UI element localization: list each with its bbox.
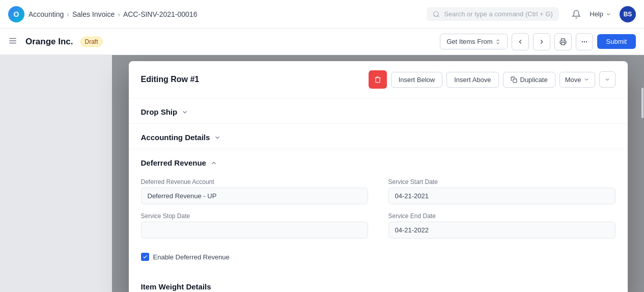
sidebar bbox=[0, 55, 112, 292]
notifications-button[interactable] bbox=[567, 5, 585, 23]
prev-button[interactable] bbox=[512, 33, 529, 50]
deferred-revenue-account-label: Deferred Revenue Account bbox=[141, 178, 368, 185]
drop-ship-chevron-icon bbox=[181, 109, 188, 116]
help-button[interactable]: Help bbox=[585, 7, 615, 21]
document-title: Orange Inc. bbox=[25, 37, 73, 47]
service-start-date-label: Service Start Date bbox=[388, 178, 615, 185]
app-logo: O bbox=[8, 6, 24, 22]
insert-below-button[interactable]: Insert Below bbox=[391, 72, 443, 88]
avatar: BS bbox=[620, 6, 636, 22]
deferred-revenue-account-input[interactable] bbox=[141, 188, 368, 204]
insert-above-button[interactable]: Insert Above bbox=[446, 72, 498, 88]
copy-icon bbox=[511, 76, 517, 83]
submit-button[interactable]: Submit bbox=[597, 34, 636, 49]
svg-point-5 bbox=[582, 41, 582, 42]
breadcrumb: Accounting › Sales Invoice › ACC-SINV-20… bbox=[29, 10, 197, 18]
ellipsis-icon bbox=[581, 38, 588, 45]
accounting-details-header[interactable]: Accounting Details bbox=[141, 124, 615, 149]
next-button[interactable] bbox=[533, 33, 550, 50]
chevron-left-icon bbox=[517, 38, 524, 45]
enable-deferred-revenue-row: Enable Deferred Revenue bbox=[141, 249, 615, 265]
service-stop-date-input[interactable] bbox=[141, 222, 368, 238]
service-start-date-input[interactable] bbox=[388, 188, 615, 204]
expand-button[interactable] bbox=[599, 71, 615, 88]
service-stop-date-field: Service Stop Date bbox=[141, 213, 368, 238]
chevron-right-icon bbox=[538, 38, 545, 45]
svg-point-6 bbox=[584, 41, 584, 42]
trash-icon bbox=[374, 76, 381, 83]
status-badge: Draft bbox=[80, 37, 103, 47]
modal-panel: Editing Row #1 Insert Below Insert Above… bbox=[129, 61, 628, 292]
item-weight-details-header[interactable]: Item Weight Details bbox=[141, 273, 615, 292]
drop-ship-header[interactable]: Drop Ship bbox=[141, 98, 615, 123]
secondary-toolbar: Orange Inc. Draft Get Items From Submit bbox=[0, 29, 644, 55]
breadcrumb-sales-invoice[interactable]: Sales Invoice bbox=[72, 10, 115, 18]
svg-point-7 bbox=[586, 41, 586, 42]
search-bar[interactable]: Search or type a command (Ctrl + G) bbox=[427, 7, 559, 21]
breadcrumb-accounting[interactable]: Accounting bbox=[29, 10, 64, 18]
deferred-revenue-form: Deferred Revenue Account Service Start D… bbox=[141, 174, 615, 249]
deferred-revenue-title: Deferred Revenue bbox=[141, 158, 206, 167]
accounting-details-title: Accounting Details bbox=[141, 133, 210, 142]
duplicate-button[interactable]: Duplicate bbox=[503, 72, 555, 88]
svg-rect-8 bbox=[513, 78, 516, 82]
breadcrumb-doc-id: ACC-SINV-2021-00016 bbox=[123, 10, 198, 18]
deferred-revenue-section: Deferred Revenue Deferred Revenue Accoun… bbox=[129, 149, 628, 265]
get-items-button[interactable]: Get Items From bbox=[440, 34, 507, 49]
enable-deferred-revenue-label: Enable Deferred Revenue bbox=[153, 253, 230, 261]
modal-overlay: Editing Row #1 Insert Below Insert Above… bbox=[112, 55, 644, 292]
print-button[interactable] bbox=[554, 33, 572, 50]
accounting-details-section: Accounting Details bbox=[129, 124, 628, 149]
search-placeholder: Search or type a command (Ctrl + G) bbox=[444, 10, 553, 18]
menu-icon[interactable] bbox=[8, 36, 17, 47]
service-end-date-label: Service End Date bbox=[388, 213, 615, 220]
svg-point-0 bbox=[434, 11, 438, 16]
main-content: Editing Row #1 Insert Below Insert Above… bbox=[0, 55, 644, 292]
svg-rect-4 bbox=[561, 42, 565, 45]
sort-icon bbox=[495, 39, 501, 45]
move-button[interactable]: Move bbox=[559, 72, 595, 88]
drop-ship-section: Drop Ship bbox=[129, 98, 628, 124]
print-icon bbox=[559, 38, 567, 45]
service-end-date-input[interactable] bbox=[388, 222, 615, 238]
search-icon bbox=[433, 11, 440, 18]
deferred-revenue-header[interactable]: Deferred Revenue bbox=[141, 149, 615, 174]
chevron-down-icon bbox=[605, 11, 611, 17]
service-stop-date-label: Service Stop Date bbox=[141, 213, 368, 220]
modal-actions: Insert Below Insert Above Duplicate Move bbox=[369, 70, 615, 89]
deferred-revenue-account-field: Deferred Revenue Account bbox=[141, 178, 368, 204]
enable-deferred-revenue-checkbox[interactable] bbox=[141, 253, 149, 261]
chevron-down-expand-icon bbox=[604, 76, 610, 83]
chevron-down-move-icon bbox=[583, 76, 590, 83]
checkmark-icon bbox=[143, 254, 148, 259]
drop-ship-title: Drop Ship bbox=[141, 108, 178, 116]
accounting-details-chevron-icon bbox=[214, 134, 221, 141]
bell-icon bbox=[572, 10, 581, 19]
top-nav: O Accounting › Sales Invoice › ACC-SINV-… bbox=[0, 0, 644, 29]
modal-title: Editing Row #1 bbox=[141, 75, 369, 84]
scrollbar[interactable] bbox=[641, 55, 644, 292]
service-start-date-field: Service Start Date bbox=[388, 178, 615, 204]
more-options-button[interactable] bbox=[576, 33, 593, 50]
item-weight-details-title: Item Weight Details bbox=[141, 282, 211, 291]
delete-button[interactable] bbox=[369, 70, 387, 89]
deferred-revenue-chevron-icon bbox=[210, 160, 217, 167]
service-end-date-field: Service End Date bbox=[388, 213, 615, 238]
modal-header: Editing Row #1 Insert Below Insert Above… bbox=[129, 61, 628, 98]
item-weight-details-section: Item Weight Details bbox=[129, 265, 628, 292]
